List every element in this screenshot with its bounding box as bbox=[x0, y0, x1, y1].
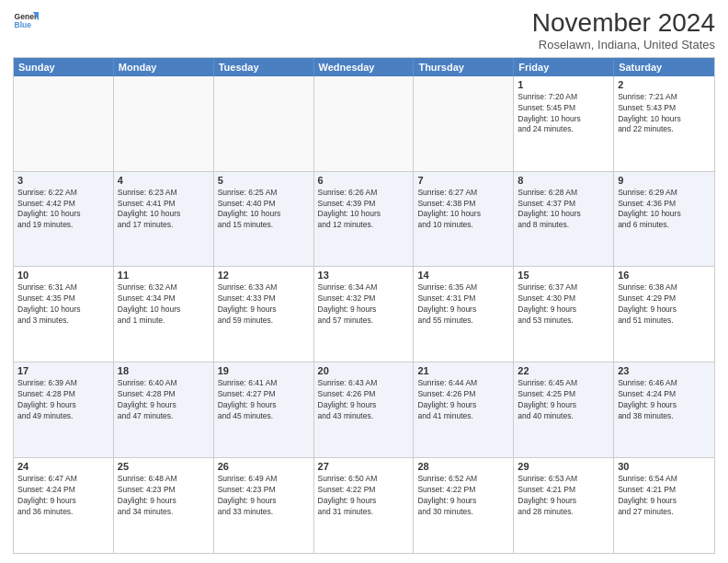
calendar-cell: 9Sunrise: 6:29 AMSunset: 4:36 PMDaylight… bbox=[614, 172, 714, 267]
calendar-cell: 16Sunrise: 6:38 AMSunset: 4:29 PMDayligh… bbox=[614, 267, 714, 362]
day-number: 21 bbox=[417, 365, 509, 376]
day-info: Sunrise: 6:33 AMSunset: 4:33 PMDaylight:… bbox=[218, 282, 310, 327]
day-info: Sunrise: 6:53 AMSunset: 4:21 PMDaylight:… bbox=[518, 474, 609, 518]
day-info: Sunrise: 6:23 AMSunset: 4:41 PMDaylight:… bbox=[118, 188, 210, 232]
day-number: 8 bbox=[518, 175, 609, 186]
day-number: 24 bbox=[17, 461, 109, 472]
calendar-cell: 17Sunrise: 6:39 AMSunset: 4:28 PMDayligh… bbox=[14, 362, 114, 457]
day-info: Sunrise: 7:20 AMSunset: 5:45 PMDaylight:… bbox=[518, 92, 609, 136]
day-info: Sunrise: 6:46 AMSunset: 4:24 PMDaylight:… bbox=[618, 378, 711, 422]
calendar-cell: 3Sunrise: 6:22 AMSunset: 4:42 PMDaylight… bbox=[14, 172, 114, 267]
calendar-cell: 8Sunrise: 6:28 AMSunset: 4:37 PMDaylight… bbox=[514, 172, 614, 267]
day-info: Sunrise: 6:45 AMSunset: 4:25 PMDaylight:… bbox=[518, 378, 609, 422]
page: General Blue November 2024 Roselawn, Ind… bbox=[0, 0, 728, 563]
calendar-week-4: 17Sunrise: 6:39 AMSunset: 4:28 PMDayligh… bbox=[14, 362, 714, 458]
day-number: 17 bbox=[17, 365, 109, 376]
day-info: Sunrise: 6:50 AMSunset: 4:22 PMDaylight:… bbox=[318, 474, 410, 518]
calendar-cell: 4Sunrise: 6:23 AMSunset: 4:41 PMDaylight… bbox=[114, 172, 214, 267]
calendar-cell: 11Sunrise: 6:32 AMSunset: 4:34 PMDayligh… bbox=[114, 267, 214, 362]
day-number: 23 bbox=[618, 365, 711, 376]
calendar-cell: 21Sunrise: 6:44 AMSunset: 4:26 PMDayligh… bbox=[414, 362, 514, 457]
calendar-body: 1Sunrise: 7:20 AMSunset: 5:45 PMDaylight… bbox=[14, 76, 714, 553]
calendar-cell: 6Sunrise: 6:26 AMSunset: 4:39 PMDaylight… bbox=[314, 172, 415, 267]
calendar-cell: 22Sunrise: 6:45 AMSunset: 4:25 PMDayligh… bbox=[514, 362, 614, 457]
day-number: 9 bbox=[618, 175, 711, 186]
header: General Blue November 2024 Roselawn, Ind… bbox=[13, 9, 715, 52]
day-number: 20 bbox=[318, 365, 410, 376]
day-info: Sunrise: 7:21 AMSunset: 5:43 PMDaylight:… bbox=[618, 92, 711, 136]
calendar-cell bbox=[314, 76, 415, 171]
calendar-cell: 24Sunrise: 6:47 AMSunset: 4:24 PMDayligh… bbox=[14, 458, 114, 553]
calendar-cell: 27Sunrise: 6:50 AMSunset: 4:22 PMDayligh… bbox=[314, 458, 415, 553]
header-day-monday: Monday bbox=[114, 58, 214, 76]
day-info: Sunrise: 6:43 AMSunset: 4:26 PMDaylight:… bbox=[318, 378, 410, 422]
day-number: 5 bbox=[218, 175, 310, 186]
day-number: 4 bbox=[118, 175, 210, 186]
day-number: 26 bbox=[218, 461, 310, 472]
day-number: 14 bbox=[417, 270, 509, 281]
day-number: 30 bbox=[618, 461, 711, 472]
day-info: Sunrise: 6:52 AMSunset: 4:22 PMDaylight:… bbox=[417, 474, 509, 518]
calendar-week-1: 1Sunrise: 7:20 AMSunset: 5:45 PMDaylight… bbox=[14, 76, 714, 172]
calendar-cell: 15Sunrise: 6:37 AMSunset: 4:30 PMDayligh… bbox=[514, 267, 614, 362]
day-number: 27 bbox=[318, 461, 410, 472]
calendar-cell: 29Sunrise: 6:53 AMSunset: 4:21 PMDayligh… bbox=[514, 458, 614, 553]
calendar-cell: 12Sunrise: 6:33 AMSunset: 4:33 PMDayligh… bbox=[214, 267, 314, 362]
day-info: Sunrise: 6:48 AMSunset: 4:23 PMDaylight:… bbox=[118, 474, 210, 518]
day-number: 7 bbox=[417, 175, 509, 186]
calendar-cell: 1Sunrise: 7:20 AMSunset: 5:45 PMDaylight… bbox=[514, 76, 614, 171]
header-day-tuesday: Tuesday bbox=[214, 58, 314, 76]
header-day-sunday: Sunday bbox=[14, 58, 114, 76]
day-info: Sunrise: 6:34 AMSunset: 4:32 PMDaylight:… bbox=[318, 282, 410, 327]
calendar-week-3: 10Sunrise: 6:31 AMSunset: 4:35 PMDayligh… bbox=[14, 267, 714, 362]
day-number: 11 bbox=[118, 270, 210, 281]
calendar-cell: 2Sunrise: 7:21 AMSunset: 5:43 PMDaylight… bbox=[614, 76, 714, 171]
day-number: 2 bbox=[618, 79, 711, 90]
day-info: Sunrise: 6:40 AMSunset: 4:28 PMDaylight:… bbox=[118, 378, 210, 422]
calendar-cell bbox=[14, 76, 114, 171]
logo-icon: General Blue bbox=[13, 9, 39, 35]
day-number: 3 bbox=[17, 175, 109, 186]
day-info: Sunrise: 6:31 AMSunset: 4:35 PMDaylight:… bbox=[17, 282, 109, 327]
day-number: 25 bbox=[118, 461, 210, 472]
day-info: Sunrise: 6:47 AMSunset: 4:24 PMDaylight:… bbox=[17, 474, 109, 518]
day-number: 28 bbox=[417, 461, 509, 472]
calendar-cell: 13Sunrise: 6:34 AMSunset: 4:32 PMDayligh… bbox=[314, 267, 415, 362]
day-number: 13 bbox=[318, 270, 410, 281]
svg-text:Blue: Blue bbox=[15, 20, 32, 29]
month-title: November 2024 bbox=[532, 9, 715, 38]
day-number: 22 bbox=[518, 365, 609, 376]
day-info: Sunrise: 6:26 AMSunset: 4:39 PMDaylight:… bbox=[318, 188, 410, 232]
day-info: Sunrise: 6:38 AMSunset: 4:29 PMDaylight:… bbox=[618, 282, 711, 327]
day-number: 1 bbox=[518, 79, 609, 90]
day-info: Sunrise: 6:27 AMSunset: 4:38 PMDaylight:… bbox=[417, 188, 509, 232]
day-info: Sunrise: 6:54 AMSunset: 4:21 PMDaylight:… bbox=[618, 474, 711, 518]
header-day-wednesday: Wednesday bbox=[314, 58, 415, 76]
calendar-cell bbox=[114, 76, 214, 171]
logo: General Blue bbox=[13, 9, 39, 35]
day-info: Sunrise: 6:41 AMSunset: 4:27 PMDaylight:… bbox=[218, 378, 310, 422]
day-info: Sunrise: 6:28 AMSunset: 4:37 PMDaylight:… bbox=[518, 188, 609, 232]
day-number: 10 bbox=[17, 270, 109, 281]
calendar-header-row: SundayMondayTuesdayWednesdayThursdayFrid… bbox=[14, 58, 714, 76]
day-number: 29 bbox=[518, 461, 609, 472]
day-info: Sunrise: 6:39 AMSunset: 4:28 PMDaylight:… bbox=[17, 378, 109, 422]
title-block: November 2024 Roselawn, Indiana, United … bbox=[532, 9, 715, 52]
calendar-cell: 14Sunrise: 6:35 AMSunset: 4:31 PMDayligh… bbox=[414, 267, 514, 362]
calendar-cell: 23Sunrise: 6:46 AMSunset: 4:24 PMDayligh… bbox=[614, 362, 714, 457]
day-info: Sunrise: 6:37 AMSunset: 4:30 PMDaylight:… bbox=[518, 282, 609, 327]
header-day-thursday: Thursday bbox=[414, 58, 514, 76]
day-info: Sunrise: 6:22 AMSunset: 4:42 PMDaylight:… bbox=[17, 188, 109, 232]
day-info: Sunrise: 6:35 AMSunset: 4:31 PMDaylight:… bbox=[417, 282, 509, 327]
calendar-week-5: 24Sunrise: 6:47 AMSunset: 4:24 PMDayligh… bbox=[14, 458, 714, 553]
day-info: Sunrise: 6:25 AMSunset: 4:40 PMDaylight:… bbox=[218, 188, 310, 232]
header-day-saturday: Saturday bbox=[614, 58, 714, 76]
day-info: Sunrise: 6:32 AMSunset: 4:34 PMDaylight:… bbox=[118, 282, 210, 327]
day-number: 16 bbox=[618, 270, 711, 281]
calendar: SundayMondayTuesdayWednesdayThursdayFrid… bbox=[13, 57, 715, 554]
calendar-cell: 20Sunrise: 6:43 AMSunset: 4:26 PMDayligh… bbox=[314, 362, 415, 457]
day-info: Sunrise: 6:44 AMSunset: 4:26 PMDaylight:… bbox=[417, 378, 509, 422]
calendar-cell: 19Sunrise: 6:41 AMSunset: 4:27 PMDayligh… bbox=[214, 362, 314, 457]
calendar-cell: 30Sunrise: 6:54 AMSunset: 4:21 PMDayligh… bbox=[614, 458, 714, 553]
day-number: 19 bbox=[218, 365, 310, 376]
